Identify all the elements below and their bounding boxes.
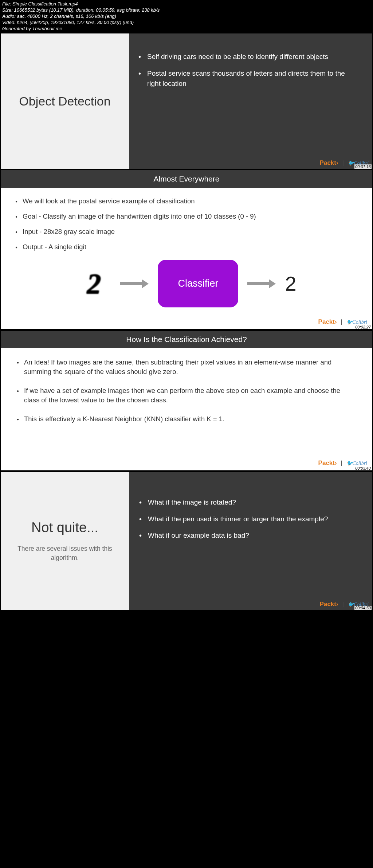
bullet-item: This is effectively a K-Nearest Neighbor…	[24, 414, 356, 424]
brand-separator: |	[341, 459, 342, 466]
brand-footer: Packt› | 🐦Colibri	[318, 318, 367, 326]
slide-3: How Is the Classification Achieved? An I…	[0, 330, 373, 471]
meta-audio: Audio: aac, 48000 Hz, 2 channels, s16, 1…	[2, 13, 371, 20]
brand-separator: |	[342, 601, 343, 608]
slide-3-header: How Is the Classification Achieved?	[1, 331, 372, 348]
bullet-item: Postal service scans thousands of letter…	[147, 68, 356, 88]
brand-separator: |	[342, 159, 343, 166]
slide-4: Not quite... There are several issues wi…	[0, 471, 373, 611]
slide-2: Almost Everywhere We will look at the po…	[0, 170, 373, 330]
timestamp-2: 00:02:27	[354, 325, 372, 329]
meta-video: Video: h264, yuv420p, 1920x1080, 127 kb/…	[2, 20, 371, 26]
slide-1-title-pane: Object Detection	[1, 33, 129, 169]
slide-4-title: Not quite...	[31, 520, 98, 535]
bullet-item: We will look at the postal service examp…	[23, 196, 358, 206]
slide-4-bullets: What if the image is rotated? What if th…	[137, 497, 354, 541]
slide-3-body: An Idea! If two images are the same, the…	[1, 348, 372, 470]
packt-logo: Packt›	[318, 459, 337, 466]
colibri-logo: 🐦Colibri	[346, 319, 367, 325]
colibri-logo: 🐦Colibri	[346, 461, 367, 466]
bullet-item: If we have a set of example images then …	[24, 386, 356, 405]
classifier-diagram: 2 Classifier 2	[15, 260, 358, 307]
bullet-item: Output - A single digit	[23, 242, 358, 252]
bullet-item: An Idea! If two images are the same, the…	[24, 358, 356, 377]
input-digit-image: 2	[76, 266, 111, 301]
meta-file: File: Simple Classification Task.mp4	[2, 1, 371, 7]
slide-1-bullets: Self driving cars need to be able to ide…	[136, 52, 356, 88]
bullet-item: Self driving cars need to be able to ide…	[147, 52, 356, 62]
meta-generated: Generated by Thumbnail me	[2, 26, 371, 32]
slide-4-content-pane: What if the image is rotated? What if th…	[129, 472, 372, 610]
slide-4-title-pane: Not quite... There are several issues wi…	[1, 472, 129, 610]
packt-logo: Packt›	[320, 601, 338, 608]
arrow-icon	[247, 279, 276, 288]
bullet-item: What if our example data is bad?	[148, 530, 354, 541]
packt-logo: Packt›	[320, 159, 338, 166]
brand-separator: |	[341, 318, 342, 325]
slide-1-content-pane: Self driving cars need to be able to ide…	[129, 33, 372, 169]
bullet-item: What if the image is rotated?	[148, 497, 354, 507]
slide-2-header: Almost Everywhere	[1, 170, 372, 188]
bullet-item: Input - 28x28 gray scale image	[23, 227, 358, 236]
slide-2-bullets: We will look at the postal service examp…	[15, 196, 358, 252]
slide-4-subtitle: There are several issues with this algor…	[8, 544, 122, 562]
classifier-box: Classifier	[158, 260, 238, 307]
slide-1-title: Object Detection	[19, 94, 110, 108]
slide-2-body: We will look at the postal service examp…	[1, 188, 372, 329]
timestamp-4: 00:04:50	[354, 606, 372, 610]
slide-1: Object Detection Self driving cars need …	[0, 33, 373, 170]
packt-logo: Packt›	[318, 318, 337, 325]
output-digit: 2	[285, 272, 296, 295]
bullet-item: What if the pen used is thinner or large…	[148, 514, 354, 524]
video-metadata: File: Simple Classification Task.mp4 Siz…	[0, 0, 373, 33]
meta-size: Size: 10665532 bytes (10.17 MiB), durati…	[2, 7, 371, 13]
bullet-item: Goal - Classify an image of the handwrit…	[23, 212, 358, 221]
timestamp-1: 00:01:16	[354, 164, 372, 169]
slide-3-bullets: An Idea! If two images are the same, the…	[17, 358, 356, 423]
timestamp-3: 00:03:43	[354, 466, 372, 470]
arrow-icon	[120, 279, 149, 288]
brand-footer: Packt› | 🐦Colibri	[318, 459, 367, 467]
